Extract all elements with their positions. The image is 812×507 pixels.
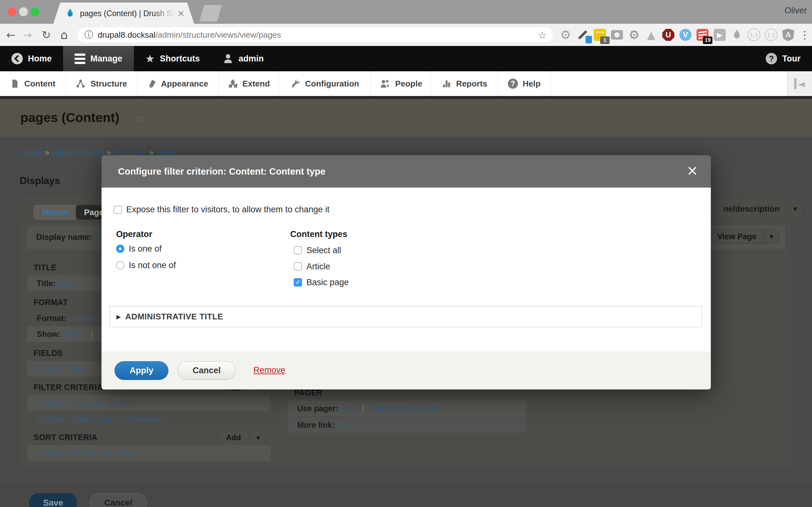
dropdown-arrow-icon[interactable]: ▾ <box>763 229 779 244</box>
breadcrumb-home[interactable]: Home <box>20 148 42 157</box>
tab-close-icon[interactable]: × <box>177 9 185 18</box>
browser-toolbar: ← → ↻ ⌂ ⓘ drupal8.docksal/admin/structur… <box>0 24 812 46</box>
menu-item-extend[interactable]: Extend <box>218 71 280 96</box>
play-extension-icon[interactable]: ▶ <box>712 27 727 42</box>
browser-tab[interactable]: pages (Content) | Drush Site-In × <box>53 3 194 24</box>
save-button[interactable]: Save <box>29 493 77 507</box>
question-icon: ? <box>766 53 777 64</box>
page-cancel-button[interactable]: Cancel <box>90 493 147 507</box>
mac-minimize-button[interactable] <box>19 7 28 16</box>
menu-item-help[interactable]: ? Help <box>498 71 551 96</box>
drive-extension-icon[interactable]: ▲ <box>644 27 658 42</box>
menu-item-configuration[interactable]: Configuration <box>280 71 370 96</box>
apply-button[interactable]: Apply <box>114 361 168 380</box>
title-none-link[interactable]: None <box>58 279 77 288</box>
content-title-link[interactable]: Content: Title <box>37 364 84 373</box>
page-footer: Save Cancel <box>0 485 812 507</box>
document-icon <box>10 79 19 89</box>
chrome-menu-icon[interactable]: ⋮ <box>798 27 812 42</box>
dropdown-arrow-icon[interactable]: ▾ <box>250 430 266 446</box>
menu-item-appearance[interactable]: Appearance <box>137 71 218 96</box>
dialog-header[interactable]: Configure filter criterion: Content: Con… <box>101 155 711 187</box>
toolbar-collapse-button[interactable]: ◄ <box>787 71 812 96</box>
toolbar-item-home[interactable]: Home <box>0 46 63 71</box>
format-link[interactable]: Unforma <box>68 314 99 323</box>
dialog-close-icon[interactable]: × <box>687 164 698 177</box>
site-info-icon[interactable]: ⓘ <box>84 29 93 41</box>
user-icon <box>223 53 234 64</box>
bar-chart-icon <box>442 79 451 89</box>
menu-item-content[interactable]: Content <box>0 71 66 96</box>
password-extension-icon[interactable]: 1 <box>593 27 607 42</box>
administrative-title-fieldset[interactable]: ▶ ADMINISTRATIVE TITLE <box>110 306 702 327</box>
article-checkbox[interactable] <box>294 262 302 271</box>
todoist-extension-icon[interactable]: 19 <box>695 27 710 42</box>
angular-extension-icon[interactable]: A <box>781 27 796 42</box>
back-to-site-icon <box>11 53 23 64</box>
help-icon: ? <box>508 78 518 89</box>
screenshot-extension-icon[interactable] <box>610 27 624 42</box>
basic-page-label: Basic page <box>306 278 349 287</box>
ublock-extension-icon[interactable]: U <box>661 27 676 42</box>
pipe-separator: | <box>357 404 368 413</box>
breadcrumb-separator: » <box>45 148 50 157</box>
more-link-link[interactable]: No <box>337 420 347 429</box>
bookmark-star-icon[interactable]: ☆ <box>538 30 547 41</box>
displays-heading: Displays <box>20 175 60 187</box>
drupal-extension-icon[interactable] <box>729 27 744 42</box>
colorpicker-extension-icon[interactable] <box>575 27 590 42</box>
dropdown-arrow-icon[interactable]: ▾ <box>786 199 803 219</box>
breadcrumb-administration[interactable]: Administration <box>51 148 104 157</box>
gear-extension-icon[interactable]: ⚙ <box>558 27 573 42</box>
toolbar-item-admin[interactable]: admin <box>211 46 275 71</box>
dialog-body: Expose this filter to visitors, to allow… <box>101 187 711 352</box>
address-bar[interactable]: ⓘ drupal8.docksal/admin/structure/views/… <box>77 26 554 43</box>
is-one-of-label: Is one of <box>129 244 162 254</box>
json-viewer-extension-icon[interactable]: {...} <box>747 27 761 42</box>
show-fields-link[interactable]: Fields <box>63 330 84 338</box>
puzzle-icon <box>228 79 238 89</box>
expose-filter-checkbox[interactable] <box>113 206 122 214</box>
pager-options-link[interactable]: Mini pager, 10 items <box>371 404 442 413</box>
is-one-of-radio[interactable] <box>116 245 124 253</box>
menu-item-people[interactable]: People <box>370 71 432 96</box>
pipe-separator: | <box>86 330 98 339</box>
cancel-button[interactable]: Cancel <box>177 361 236 380</box>
collapse-bar-icon <box>794 78 797 89</box>
filter-published-link[interactable]: Content: Published (= Yes) <box>37 399 131 407</box>
is-not-one-of-label: Is not one of <box>129 261 176 270</box>
forward-icon[interactable]: → <box>20 24 34 46</box>
home-icon[interactable]: ⌂ <box>57 24 71 46</box>
mac-close-button[interactable] <box>8 7 16 16</box>
remove-link[interactable]: Remove <box>253 365 286 375</box>
sort-authored-link[interactable]: Content: Authored on (desc) <box>37 449 136 458</box>
dialog-title: Configure filter criterion: Content: Con… <box>118 166 325 177</box>
view-page-button[interactable]: View Page ▾ <box>710 229 780 244</box>
display-tab-master[interactable]: Master <box>34 205 78 220</box>
list-item: Content: Content type (in Unknown) <box>27 411 270 427</box>
browser-tab-bar: pages (Content) | Drush Site-In × Oliver <box>0 0 812 24</box>
use-pager-link[interactable]: Mini <box>340 404 355 413</box>
favorite-star-icon[interactable]: ☆ <box>135 112 145 125</box>
toolbar-item-tour[interactable]: ? Tour <box>754 46 812 71</box>
expose-filter-label: Expose this filter to visitors, to allow… <box>126 205 329 215</box>
back-icon[interactable]: ← <box>4 24 18 46</box>
menu-item-reports[interactable]: Reports <box>432 71 498 96</box>
menu-item-structure[interactable]: Structure <box>66 71 137 96</box>
json-formatter-extension-icon[interactable]: {...} <box>764 27 778 42</box>
filter-content-type-link[interactable]: Content: Content type (in Unknown) <box>37 414 163 424</box>
menu-toolbar-spacer <box>551 71 812 96</box>
is-not-one-of-radio[interactable] <box>116 261 124 269</box>
basic-page-checkbox[interactable] <box>294 278 302 286</box>
toolbar-item-shortcuts[interactable]: ★ Shortcuts <box>134 46 212 71</box>
reload-icon[interactable]: ↻ <box>39 24 53 46</box>
select-all-checkbox[interactable] <box>294 246 302 255</box>
vimeo-extension-icon[interactable]: V <box>678 27 693 42</box>
toolbar-item-manage[interactable]: Manage <box>63 46 134 71</box>
browser-profile-name[interactable]: Oliver <box>784 6 807 15</box>
sort-add-button[interactable]: Add ▾ <box>217 429 267 446</box>
dark-gear-extension-icon[interactable]: ⚙ <box>627 27 641 42</box>
drupal-menu-toolbar: Content Structure Appearance Extend Conf… <box>0 71 812 96</box>
mac-zoom-button[interactable] <box>31 7 39 16</box>
new-tab-button[interactable] <box>200 5 222 21</box>
